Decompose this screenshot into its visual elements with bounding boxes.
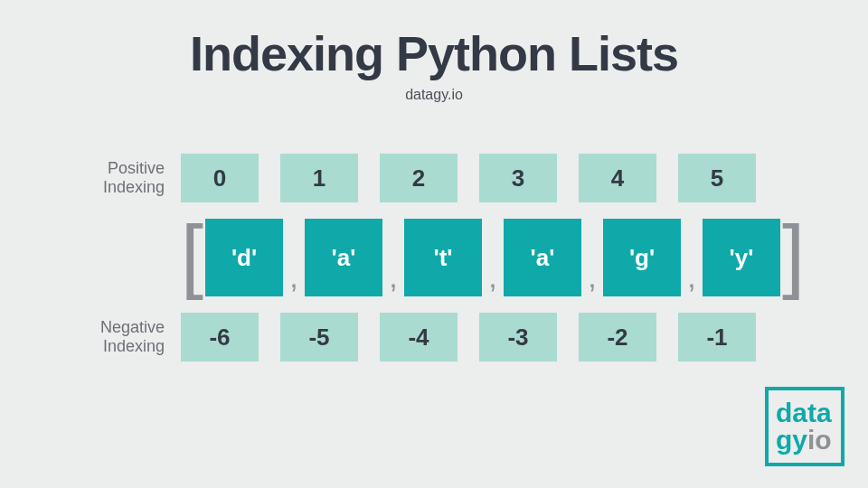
element-cell: 'g' — [603, 219, 681, 296]
positive-index-label: Positive Indexing — [81, 159, 181, 196]
positive-index-cell: 5 — [678, 154, 756, 202]
diagram: Positive Indexing 0 1 2 3 4 5 [ 'd' , 'a… — [81, 154, 787, 378]
logo-text-line1: data — [776, 399, 841, 427]
logo-text-line2: gyio — [776, 427, 841, 454]
negative-index-cell: -6 — [181, 313, 259, 361]
element-cell: 'a' — [305, 219, 382, 296]
element-cell: 'y' — [703, 219, 780, 296]
negative-index-cell: -5 — [280, 313, 358, 361]
list-element: 'd' , — [205, 219, 305, 296]
list-element: 'a' , — [305, 219, 404, 296]
list-element: 'g' , — [603, 219, 703, 296]
bracket-left: [ — [181, 227, 203, 289]
positive-index-row: Positive Indexing 0 1 2 3 4 5 — [81, 154, 787, 202]
list-cells: 'd' , 'a' , 't' , 'a' , 'g' , 'y' — [205, 219, 780, 296]
negative-index-cell: -3 — [479, 313, 557, 361]
element-cell: 'd' — [205, 219, 283, 296]
logo-io: io — [807, 425, 832, 455]
element-cell: 'a' — [504, 219, 581, 296]
negative-index-cell: -4 — [380, 313, 458, 361]
list-element: 'a' , — [504, 219, 603, 296]
comma: , — [681, 259, 703, 296]
list-row: [ 'd' , 'a' , 't' , 'a' , 'g' , — [181, 219, 787, 296]
negative-index-cell: -1 — [678, 313, 756, 361]
list-element: 't' , — [404, 219, 504, 296]
page-title: Indexing Python Lists — [0, 0, 868, 81]
negative-index-row: Negative Indexing -6 -5 -4 -3 -2 -1 — [81, 313, 787, 361]
positive-index-cell: 1 — [280, 154, 358, 202]
negative-index-cells: -6 -5 -4 -3 -2 -1 — [181, 313, 756, 361]
comma: , — [482, 259, 504, 296]
comma: , — [283, 259, 305, 296]
element-cell: 't' — [404, 219, 482, 296]
negative-index-cell: -2 — [579, 313, 656, 361]
positive-index-cell: 3 — [479, 154, 557, 202]
positive-index-cell: 4 — [579, 154, 656, 202]
page-subtitle: datagy.io — [0, 87, 868, 103]
list-element: 'y' — [703, 219, 780, 296]
comma: , — [382, 259, 404, 296]
positive-index-cell: 2 — [380, 154, 458, 202]
positive-index-cell: 0 — [181, 154, 259, 202]
positive-index-cells: 0 1 2 3 4 5 — [181, 154, 756, 202]
bracket-right: ] — [782, 227, 805, 289]
logo-gy: gy — [776, 425, 807, 455]
datagy-logo: data gyio — [765, 387, 844, 466]
comma: , — [581, 259, 603, 296]
negative-index-label: Negative Indexing — [81, 318, 181, 355]
